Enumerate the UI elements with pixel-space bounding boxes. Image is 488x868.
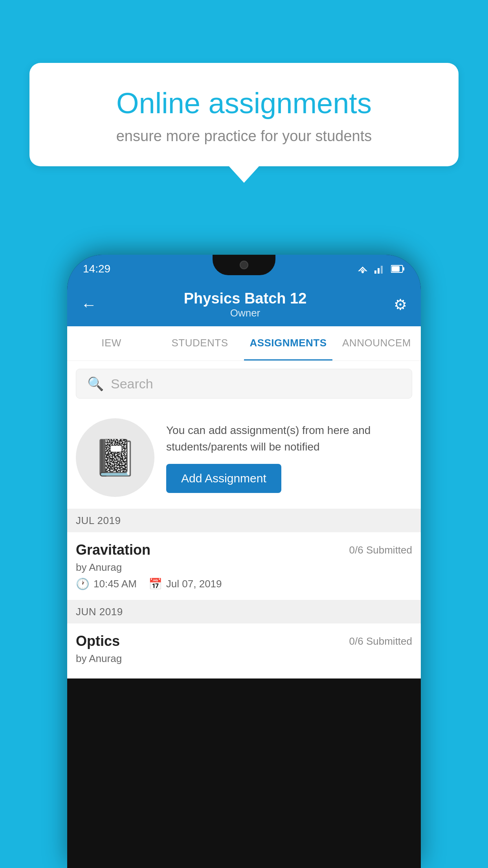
assignment-item-optics[interactable]: Optics 0/6 Submitted by Anurag <box>67 623 421 679</box>
header-title-area: Physics Batch 12 Owner <box>184 290 307 319</box>
tab-assignments[interactable]: ASSIGNMENTS <box>244 326 332 360</box>
speech-bubble-container: Online assignments ensure more practice … <box>29 63 459 166</box>
phone-screen: 🔍 Search 📓 You can add assignment(s) fro… <box>67 361 421 679</box>
speech-bubble: Online assignments ensure more practice … <box>29 63 459 166</box>
svg-rect-5 <box>381 266 383 274</box>
assignment-author: by Anurag <box>76 653 412 665</box>
status-icons <box>356 264 405 274</box>
section-header-jun: JUN 2019 <box>67 600 421 623</box>
notch <box>213 255 275 275</box>
assignment-row: Optics 0/6 Submitted <box>76 633 412 649</box>
status-time: 14:29 <box>83 263 110 275</box>
assignment-submitted: 0/6 Submitted <box>349 544 412 556</box>
assignment-name: Optics <box>76 633 120 649</box>
add-assignment-button[interactable]: Add Assignment <box>166 464 281 493</box>
assignment-submitted: 0/6 Submitted <box>349 635 412 647</box>
calendar-icon: 📅 <box>149 577 162 590</box>
svg-rect-7 <box>403 267 404 270</box>
tabs-bar: IEW STUDENTS ASSIGNMENTS ANNOUNCEM <box>67 326 421 361</box>
status-bar: 14:29 <box>67 255 421 283</box>
settings-icon[interactable]: ⚙ <box>394 296 407 313</box>
svg-rect-3 <box>374 270 376 274</box>
assignment-row: Gravitation 0/6 Submitted <box>76 542 412 558</box>
speech-bubble-title: Online assignments <box>57 86 431 120</box>
battery-icon <box>391 265 405 273</box>
tab-iew[interactable]: IEW <box>67 326 156 360</box>
speech-bubble-subtitle: ensure more practice for your students <box>57 128 431 145</box>
notebook-icon: 📓 <box>93 437 137 478</box>
section-header-jul: JUL 2019 <box>67 509 421 532</box>
tab-announcements[interactable]: ANNOUNCEM <box>332 326 421 360</box>
search-icon: 🔍 <box>87 376 104 392</box>
time-value: 10:45 AM <box>94 578 137 590</box>
back-button[interactable]: ← <box>81 296 97 314</box>
tab-students[interactable]: STUDENTS <box>156 326 244 360</box>
clock-icon: 🕐 <box>76 577 90 590</box>
search-container: 🔍 Search <box>67 361 421 406</box>
date-value: Jul 07, 2019 <box>166 578 222 590</box>
header-subtitle: Owner <box>184 307 307 319</box>
signal-icon <box>374 264 385 274</box>
camera <box>240 261 248 269</box>
svg-point-2 <box>361 271 364 273</box>
promo-section: 📓 You can add assignment(s) from here an… <box>67 406 421 509</box>
assignment-meta: 🕐 10:45 AM 📅 Jul 07, 2019 <box>76 577 412 590</box>
header-title: Physics Batch 12 <box>184 290 307 307</box>
app-header: ← Physics Batch 12 Owner ⚙ <box>67 283 421 326</box>
promo-text: You can add assignment(s) from here and … <box>166 422 412 455</box>
phone-frame: 14:29 ← <box>67 255 421 868</box>
assignment-date: 📅 Jul 07, 2019 <box>149 577 222 590</box>
assignment-icon-circle: 📓 <box>76 418 154 497</box>
svg-rect-8 <box>392 266 400 272</box>
svg-rect-4 <box>378 268 380 274</box>
assignment-name: Gravitation <box>76 542 150 558</box>
assignment-author: by Anurag <box>76 561 412 574</box>
search-bar[interactable]: 🔍 Search <box>76 369 412 399</box>
assignment-time: 🕐 10:45 AM <box>76 577 137 590</box>
promo-content: You can add assignment(s) from here and … <box>166 422 412 493</box>
wifi-icon <box>356 264 369 274</box>
assignment-item-gravitation[interactable]: Gravitation 0/6 Submitted by Anurag 🕐 10… <box>67 532 421 600</box>
search-placeholder: Search <box>111 376 153 392</box>
